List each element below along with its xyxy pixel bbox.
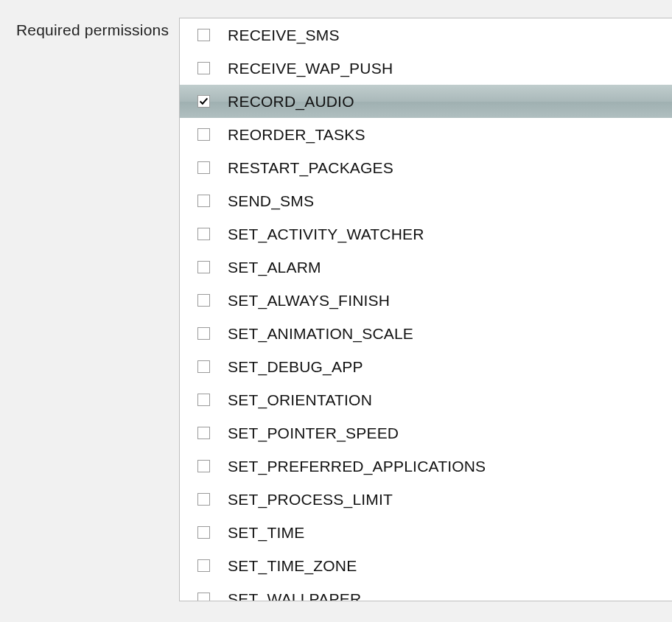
permission-checkbox[interactable] — [197, 161, 210, 174]
permissions-panel: Required permissions RECEIVE_SMSRECEIVE_… — [0, 0, 672, 622]
permission-label: SET_PROCESS_LIMIT — [228, 491, 393, 509]
permission-label: SET_ORIENTATION — [228, 391, 372, 409]
permission-row[interactable]: SET_ALARM — [180, 251, 672, 284]
permission-checkbox[interactable] — [197, 294, 210, 307]
section-label: Required permissions — [16, 21, 179, 622]
permission-row[interactable]: SET_ACTIVITY_WATCHER — [180, 217, 672, 251]
permission-row[interactable]: SET_TIME — [180, 516, 672, 549]
permission-checkbox[interactable] — [197, 95, 210, 108]
permission-row[interactable]: RECEIVE_SMS — [180, 18, 672, 52]
permission-label: RECORD_AUDIO — [228, 93, 354, 111]
permission-label: RECEIVE_WAP_PUSH — [228, 60, 393, 77]
permission-row[interactable]: SET_DEBUG_APP — [180, 350, 672, 383]
permission-label: SET_TIME — [228, 524, 304, 542]
permission-label: RESTART_PACKAGES — [228, 159, 393, 177]
permission-checkbox[interactable] — [197, 128, 210, 141]
permission-checkbox[interactable] — [197, 62, 210, 74]
permission-label: SET_POINTER_SPEED — [228, 424, 399, 442]
permission-row[interactable]: SET_PROCESS_LIMIT — [180, 483, 672, 516]
permission-row[interactable]: RESTART_PACKAGES — [180, 151, 672, 184]
permission-label: SET_TIME_ZONE — [228, 557, 357, 575]
permission-row[interactable]: SEND_SMS — [180, 184, 672, 217]
permission-label: SET_ACTIVITY_WATCHER — [228, 226, 424, 243]
permission-checkbox[interactable] — [197, 427, 210, 439]
permission-checkbox[interactable] — [197, 394, 210, 406]
permission-label: SET_ALWAYS_FINISH — [228, 292, 390, 310]
permission-checkbox[interactable] — [197, 526, 210, 539]
permission-row[interactable]: SET_WALLPAPER — [180, 582, 672, 601]
permission-checkbox[interactable] — [197, 195, 210, 207]
permission-row[interactable]: REORDER_TASKS — [180, 118, 672, 151]
permission-row[interactable]: SET_ALWAYS_FINISH — [180, 284, 672, 317]
permission-row[interactable]: SET_TIME_ZONE — [180, 549, 672, 582]
permission-row[interactable]: SET_ORIENTATION — [180, 383, 672, 416]
permission-label: SET_WALLPAPER — [228, 590, 361, 602]
permission-label: SET_PREFERRED_APPLICATIONS — [228, 458, 486, 475]
permission-checkbox[interactable] — [197, 261, 210, 273]
permission-checkbox[interactable] — [197, 460, 210, 472]
permissions-list[interactable]: RECEIVE_SMSRECEIVE_WAP_PUSHRECORD_AUDIOR… — [180, 18, 672, 601]
permission-label: SET_ALARM — [228, 259, 321, 276]
permission-checkbox[interactable] — [197, 228, 210, 240]
permissions-list-panel: RECEIVE_SMSRECEIVE_WAP_PUSHRECORD_AUDIOR… — [179, 18, 672, 601]
permission-checkbox[interactable] — [197, 593, 210, 601]
permission-checkbox[interactable] — [197, 29, 210, 41]
permission-label: SET_DEBUG_APP — [228, 358, 363, 376]
permission-checkbox[interactable] — [197, 360, 210, 373]
permission-label: SET_ANIMATION_SCALE — [228, 325, 413, 343]
permission-row[interactable]: SET_PREFERRED_APPLICATIONS — [180, 450, 672, 483]
permission-row[interactable]: SET_POINTER_SPEED — [180, 416, 672, 450]
permission-label: RECEIVE_SMS — [228, 27, 340, 44]
permission-row[interactable]: SET_ANIMATION_SCALE — [180, 317, 672, 350]
permission-row[interactable]: RECORD_AUDIO — [180, 85, 672, 118]
permission-label: SEND_SMS — [228, 192, 314, 210]
permission-checkbox[interactable] — [197, 559, 210, 572]
permission-checkbox[interactable] — [197, 327, 210, 340]
permission-row[interactable]: RECEIVE_WAP_PUSH — [180, 52, 672, 85]
permission-checkbox[interactable] — [197, 493, 210, 506]
permission-label: REORDER_TASKS — [228, 126, 365, 144]
